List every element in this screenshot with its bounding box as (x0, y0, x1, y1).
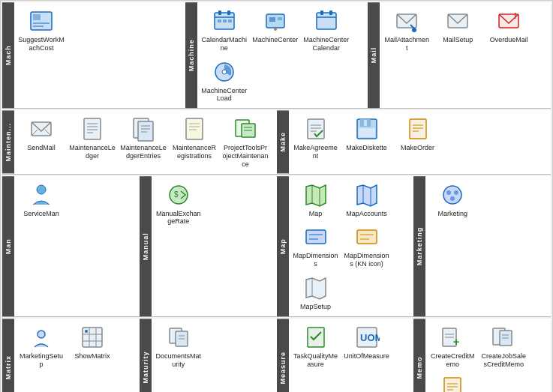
tool-make-agreement[interactable]: MakeAgreement (290, 112, 341, 163)
svg-point-71 (446, 190, 451, 195)
map-dimensions-kn-icon (353, 223, 380, 250)
svg-rect-66 (357, 230, 377, 244)
tool-make-diskette[interactable]: MakeDiskette (341, 112, 392, 155)
map-accounts-icon (353, 181, 380, 208)
svg-rect-13 (278, 17, 282, 20)
tool-show-matrix[interactable]: ShowMatrix (67, 321, 118, 364)
calendar-machine-icon (211, 7, 238, 34)
tool-service-man[interactable]: ServiceMan (16, 178, 67, 221)
tool-marketing-setup[interactable]: MarketingSetup (16, 321, 67, 372)
svg-point-58 (37, 185, 46, 194)
tool-documents-maturity[interactable]: DocumentsMaturity (153, 321, 204, 372)
label-measure: Measure (277, 319, 289, 392)
tool-map[interactable]: Map (290, 178, 341, 221)
tool-task-quality-measure[interactable]: TaskQualityMeasure (290, 321, 341, 372)
svg-rect-10 (228, 19, 232, 22)
tool-maintenance-ledger[interactable]: MaintenanceLedger (67, 112, 118, 163)
make-diskette-label: MakeDiskette (346, 144, 387, 152)
map-accounts-label: MapAccounts (346, 210, 387, 218)
marketing-label: Marketing (437, 210, 467, 218)
tool-project-tools-maintenance[interactable]: ProjectToolsProjectMaintenance (220, 112, 271, 171)
tool-overdue-mail[interactable]: ! OverdueMail (483, 4, 534, 47)
map-dimensions-label: MapDimensions (293, 252, 339, 268)
items-measure: TaskQualityMeasure UOM UnitOfMeasure (289, 319, 414, 392)
svg-rect-17 (320, 10, 323, 15)
svg-point-74 (38, 331, 45, 338)
send-mail-label: SendMail (27, 144, 56, 152)
mail-attachment-icon (393, 7, 420, 34)
svg-point-72 (454, 190, 458, 195)
svg-text:UOM: UOM (360, 332, 380, 343)
manual-exchange-rate-icon: $ (165, 181, 192, 208)
row-mainten: Mainten... SendMail MaintenanceLedger Ma… (2, 110, 551, 174)
label-manual: Manual (140, 176, 152, 316)
svg-rect-34 (138, 121, 153, 141)
suggest-work-mach-cost-label: SuggestWorkMachCost (18, 36, 65, 52)
calendar-machine-label: CalendarMachine (201, 36, 248, 52)
tool-create-job-sales-credit-memo[interactable]: CreateJobSalesCreditMemo (478, 321, 529, 372)
map-dimensions-kn-label: MapDimensions (KN icon) (344, 252, 390, 268)
tool-map-dimensions-kn[interactable]: MapDimensions (KN icon) (341, 220, 392, 271)
row-man: Man ServiceMan Manual $ ManualExchangeRa… (2, 176, 551, 317)
label-man: Man (2, 176, 14, 316)
map-dimensions-icon (302, 223, 329, 250)
svg-marker-62 (357, 185, 377, 206)
maintenance-ledger-icon (79, 115, 106, 142)
svg-text:$: $ (174, 190, 179, 199)
tool-map-dimensions[interactable]: MapDimensions (290, 220, 341, 271)
tool-map-accounts[interactable]: MapAccounts (341, 178, 392, 221)
tool-credit-memo[interactable]: CreditMemo (427, 371, 478, 392)
svg-rect-54 (410, 119, 426, 139)
tool-maintenance-ledger-entries[interactable]: MaintenanceLedgerEntries (118, 112, 169, 163)
machine-center-calendar-label: MachineCenter Calendar (303, 36, 350, 52)
make-agreement-label: MakeAgreement (293, 144, 339, 160)
maintenance-ledger-label: MaintenanceLedger (69, 144, 116, 160)
tool-make-order[interactable]: MakeOrder (392, 112, 443, 155)
tool-send-mail[interactable]: SendMail (16, 112, 67, 155)
make-diskette-icon (353, 115, 380, 142)
tool-mail-setup[interactable]: MailSetup (432, 4, 483, 47)
label-marketing: Marketing (413, 176, 425, 316)
tool-marketing[interactable]: Marketing (427, 178, 478, 221)
tool-map-setup[interactable]: MapSetup (290, 271, 341, 314)
tool-manual-exchange-rate[interactable]: $ ManualExchangeRate (153, 178, 204, 229)
tool-maintenance-registrations[interactable]: MaintenanceRegistrations (169, 112, 220, 163)
svg-point-14 (274, 28, 277, 31)
svg-text:+: + (453, 336, 459, 348)
service-man-icon (28, 181, 55, 208)
tool-suggest-work-mach-cost[interactable]: SuggestWorkMachCost (16, 4, 67, 55)
svg-rect-7 (227, 10, 230, 15)
items-matrix: MarketingSetup ShowMatrix (14, 319, 140, 392)
mail-setup-label: MailSetup (443, 36, 473, 44)
main-toolbar: Mach SuggestWorkMachCost Machine Calenda… (0, 0, 553, 392)
svg-rect-15 (317, 13, 336, 29)
marketing-setup-label: MarketingSetup (18, 352, 65, 369)
maintenance-registrations-icon (181, 115, 208, 142)
label-map: Map (277, 176, 289, 316)
label-maturity: Maturity (140, 319, 152, 392)
tool-calendar-machine[interactable]: CalendarMachine (199, 4, 250, 55)
maintenance-ledger-entries-icon (130, 115, 157, 142)
documents-maturity-icon (165, 324, 192, 351)
tool-machine-center-load[interactable]: MachineCenter Load (199, 55, 250, 106)
marketing-icon (439, 181, 466, 208)
overdue-mail-label: OverdueMail (490, 36, 528, 44)
row-matrix: Matrix MarketingSetup ShowMatrix Maturit… (2, 319, 551, 392)
items-marketing: Marketing (425, 176, 551, 316)
make-order-icon (404, 115, 431, 142)
show-matrix-label: ShowMatrix (74, 352, 110, 361)
tool-unit-of-measure[interactable]: UOM UnitOfMeasure (341, 321, 392, 364)
map-label: Map (309, 210, 323, 218)
items-make: MakeAgreement MakeDiskette MakeOrder (289, 110, 551, 173)
create-job-sales-credit-memo-icon (490, 324, 517, 351)
machine-center-load-label: MachineCenter Load (201, 87, 248, 103)
svg-text:!: ! (514, 12, 516, 20)
tool-machine-center[interactable]: MachineCenter (250, 4, 301, 47)
tool-mail-attachment[interactable]: MailAttachment (381, 4, 432, 55)
map-icon (302, 181, 329, 208)
items-map: Map MapAccounts MapDimensions MapDimensi… (289, 176, 414, 316)
svg-point-20 (222, 70, 227, 74)
credit-memo-icon (439, 374, 466, 392)
tool-machine-center-calendar[interactable]: MachineCenter Calendar (301, 4, 352, 55)
tool-create-credit-memo[interactable]: + CreateCreditMemo (427, 321, 478, 372)
